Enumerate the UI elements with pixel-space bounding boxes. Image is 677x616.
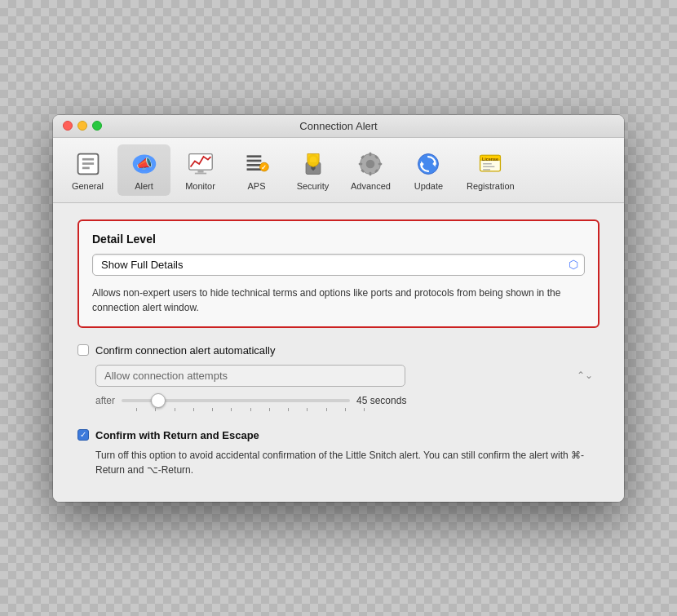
tab-monitor[interactable]: Monitor <box>174 144 227 196</box>
tab-advanced[interactable]: Advanced <box>343 144 399 196</box>
close-button[interactable] <box>63 121 73 131</box>
svg-rect-13 <box>246 168 261 171</box>
confirm-return-label[interactable]: Confirm with Return and Escape <box>95 429 259 441</box>
tick-9 <box>288 408 289 411</box>
detail-level-title: Detail Level <box>92 233 585 246</box>
tab-security[interactable]: Security <box>286 144 339 196</box>
tab-alert-label: Alert <box>135 181 153 191</box>
tick-3 <box>175 408 175 411</box>
detail-level-section: Detail Level Show Full Details Show Mini… <box>77 219 600 328</box>
detail-level-select[interactable]: Show Full Details Show Minimal Details <box>92 254 585 276</box>
svg-rect-12 <box>246 164 261 166</box>
tab-security-label: Security <box>297 181 330 191</box>
svg-point-20 <box>366 159 375 168</box>
tick-11 <box>326 408 327 411</box>
confirm-auto-row: Confirm connection alert automatically <box>77 344 600 357</box>
confirm-return-description: Turn off this option to avoid accidental… <box>95 448 600 477</box>
tab-registration[interactable]: License Registration <box>458 144 523 196</box>
tab-general[interactable]: General <box>61 144 114 196</box>
security-icon <box>299 149 328 179</box>
tick-10 <box>307 408 308 411</box>
svg-rect-37 <box>483 169 490 170</box>
svg-rect-23 <box>359 162 362 165</box>
slider-row: after 45 seconds <box>95 395 600 413</box>
svg-rect-9 <box>194 172 206 174</box>
svg-rect-11 <box>246 159 261 162</box>
detail-level-description: Allows non-expert users to hide technica… <box>92 286 585 315</box>
svg-rect-36 <box>483 166 494 166</box>
slider-value-label: 45 seconds <box>356 395 406 406</box>
svg-text:📣: 📣 <box>136 156 153 171</box>
advanced-icon <box>356 149 385 179</box>
svg-rect-24 <box>378 162 382 165</box>
seconds-slider[interactable] <box>122 399 350 402</box>
allow-select-wrapper: Allow connection attempts Deny connectio… <box>95 365 600 387</box>
confirm-return-checkbox[interactable] <box>77 429 89 441</box>
toolbar: General 📣 Alert <box>53 138 624 203</box>
titlebar: Connection Alert <box>53 115 624 138</box>
svg-rect-18 <box>312 167 314 171</box>
tick-5 <box>212 408 213 411</box>
tick-12 <box>345 408 346 411</box>
window-title: Connection Alert <box>299 120 377 132</box>
confirm-auto-checkbox[interactable] <box>77 344 89 356</box>
confirm-return-row: Confirm with Return and Escape <box>77 429 600 441</box>
svg-rect-35 <box>483 163 492 164</box>
minimize-button[interactable] <box>77 121 87 131</box>
tab-aps[interactable]: ✓ APS <box>230 144 283 196</box>
allow-select-arrow-icon: ⌃⌄ <box>577 370 593 381</box>
general-icon <box>73 149 103 179</box>
tick-13 <box>364 408 365 411</box>
tab-monitor-label: Monitor <box>185 181 215 191</box>
aps-icon: ✓ <box>242 149 272 179</box>
maximize-button[interactable] <box>92 121 102 131</box>
tab-general-label: General <box>72 181 104 191</box>
tab-aps-label: APS <box>247 181 265 191</box>
svg-rect-8 <box>197 170 203 173</box>
tab-update-label: Update <box>414 181 443 191</box>
svg-rect-1 <box>82 157 93 160</box>
tick-4 <box>193 408 194 411</box>
confirm-auto-label[interactable]: Confirm connection alert automatically <box>95 344 275 357</box>
tab-alert[interactable]: 📣 Alert <box>117 144 170 196</box>
svg-rect-10 <box>246 155 261 157</box>
main-content: Detail Level Show Full Details Show Mini… <box>53 203 624 502</box>
tick-7 <box>250 408 251 411</box>
slider-container: after 45 seconds <box>95 395 600 406</box>
update-icon <box>414 149 443 179</box>
registration-icon: License <box>476 149 505 179</box>
svg-text:✓: ✓ <box>261 164 267 171</box>
tick-1 <box>136 408 137 411</box>
svg-rect-22 <box>369 171 372 175</box>
svg-rect-2 <box>82 162 93 165</box>
tick-2 <box>155 408 156 411</box>
main-window: Connection Alert General 📣 <box>53 115 624 502</box>
tab-registration-label: Registration <box>467 181 515 191</box>
svg-rect-3 <box>82 166 89 169</box>
traffic-lights <box>63 121 102 131</box>
tick-6 <box>231 408 232 411</box>
slider-after-label: after <box>95 395 115 406</box>
svg-text:License: License <box>482 157 498 162</box>
detail-level-select-wrapper: Show Full Details Show Minimal Details ⬡ <box>92 254 585 276</box>
svg-rect-21 <box>369 152 372 155</box>
tab-advanced-label: Advanced <box>351 181 391 191</box>
tick-8 <box>269 408 270 411</box>
allow-dropdown-row: Allow connection attempts Deny connectio… <box>95 365 600 387</box>
monitor-icon <box>186 149 215 179</box>
tab-update[interactable]: Update <box>402 144 455 196</box>
alert-icon: 📣 <box>130 149 159 179</box>
allow-select[interactable]: Allow connection attempts Deny connectio… <box>95 365 405 387</box>
